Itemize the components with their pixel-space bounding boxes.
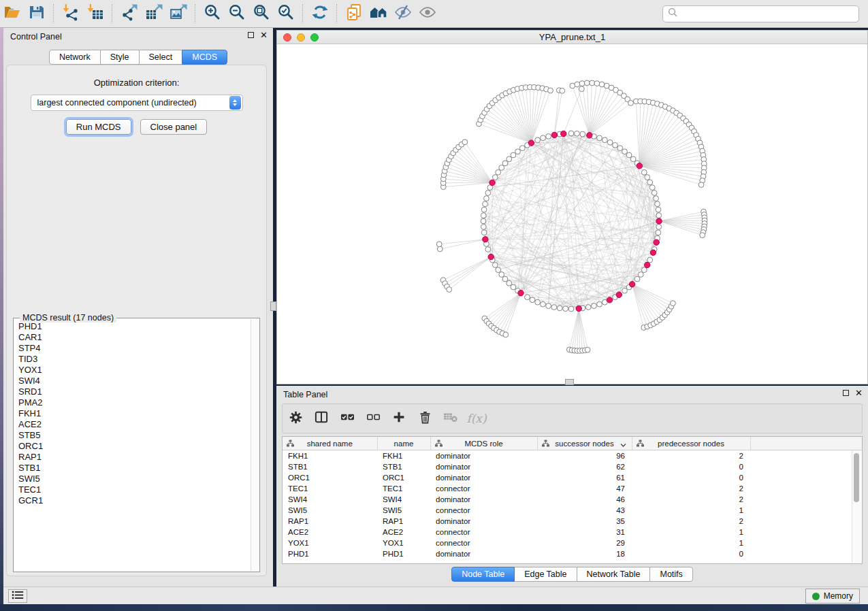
export-table-button[interactable] xyxy=(142,2,166,25)
network-node[interactable] xyxy=(656,225,662,230)
tab-network[interactable]: Network xyxy=(49,50,101,65)
network-node[interactable] xyxy=(700,233,705,238)
network-node[interactable] xyxy=(634,276,640,282)
function-builder-button[interactable]: f(x) xyxy=(464,406,489,431)
table-settings-button[interactable] xyxy=(283,406,308,431)
deselect-all-button[interactable] xyxy=(360,406,386,431)
mcds-node[interactable] xyxy=(637,163,642,169)
network-node[interactable] xyxy=(496,267,501,273)
network-node[interactable] xyxy=(551,305,557,310)
table-cell[interactable]: ACE2 xyxy=(377,527,430,538)
network-node[interactable] xyxy=(607,139,613,145)
network-node[interactable] xyxy=(585,305,591,310)
network-node[interactable] xyxy=(511,284,516,290)
mcds-node[interactable] xyxy=(576,306,581,311)
network-node[interactable] xyxy=(622,288,628,293)
mcds-node[interactable] xyxy=(645,262,650,267)
network-node[interactable] xyxy=(519,146,525,151)
memory-button[interactable]: Memory xyxy=(805,589,860,604)
network-node[interactable] xyxy=(525,295,530,300)
network-node[interactable] xyxy=(613,142,618,148)
mcds-node[interactable] xyxy=(587,133,592,138)
network-node[interactable] xyxy=(649,185,655,191)
show-all-button[interactable] xyxy=(415,2,440,25)
select-all-button[interactable] xyxy=(334,406,360,431)
table-cell[interactable]: dominator xyxy=(430,516,537,527)
table-cell[interactable]: 0 xyxy=(632,461,750,472)
network-node[interactable] xyxy=(580,131,585,137)
vertical-splitter-handle[interactable] xyxy=(270,301,276,311)
table-cell[interactable]: connector xyxy=(430,527,537,538)
network-node[interactable] xyxy=(485,191,491,196)
network-node[interactable] xyxy=(437,246,443,252)
network-node[interactable] xyxy=(507,280,512,286)
table-row[interactable]: ACE2ACE2connector311 xyxy=(283,527,862,538)
table-cell[interactable]: PHD1 xyxy=(377,548,430,559)
table-row[interactable]: TEC1TEC1connector472 xyxy=(283,483,862,494)
network-node[interactable] xyxy=(563,306,568,312)
network-node[interactable] xyxy=(484,196,489,201)
network-node[interactable] xyxy=(647,257,653,263)
table-cell[interactable]: TEC1 xyxy=(377,483,430,494)
network-node[interactable] xyxy=(628,101,634,106)
clone-network-button[interactable] xyxy=(342,2,366,25)
table-cell[interactable]: connector xyxy=(430,538,537,548)
network-node[interactable] xyxy=(597,301,602,307)
network-node[interactable] xyxy=(590,80,595,86)
mcds-result-item[interactable]: TEC1 xyxy=(18,484,251,495)
network-node[interactable] xyxy=(546,134,551,139)
table-row[interactable]: SWI5SWI5connector431 xyxy=(283,505,862,516)
table-cell[interactable]: 0 xyxy=(632,548,750,559)
network-node[interactable] xyxy=(579,81,585,86)
network-node[interactable] xyxy=(560,88,565,94)
table-cell[interactable]: FKH1 xyxy=(377,450,430,462)
network-node[interactable] xyxy=(592,303,597,309)
network-node[interactable] xyxy=(594,81,600,86)
table-cell[interactable]: SWI4 xyxy=(377,494,430,505)
network-node[interactable] xyxy=(548,88,553,93)
table-cell[interactable]: 1 xyxy=(632,538,750,548)
network-node[interactable] xyxy=(535,299,541,305)
import-network-button[interactable] xyxy=(59,2,83,25)
horizontal-splitter-handle[interactable] xyxy=(565,379,574,385)
mcds-node[interactable] xyxy=(489,180,495,185)
table-cell[interactable]: ACE2 xyxy=(283,527,377,538)
table-row[interactable]: FKH1FKH1dominator962 xyxy=(283,450,862,462)
table-cell[interactable]: SWI4 xyxy=(283,494,377,505)
network-node[interactable] xyxy=(622,149,628,154)
network-node[interactable] xyxy=(656,230,661,235)
optimization-criterion-select[interactable]: largest connected component (undirected) xyxy=(31,95,243,111)
table-cell[interactable]: 29 xyxy=(537,538,632,548)
network-node[interactable] xyxy=(481,213,486,218)
mcds-result-item[interactable]: PMA2 xyxy=(18,397,251,408)
mcds-result-item[interactable]: PHD1 xyxy=(18,321,251,332)
mcds-node[interactable] xyxy=(528,140,534,146)
network-node[interactable] xyxy=(483,201,488,207)
table-cell[interactable]: FKH1 xyxy=(283,450,377,462)
mcds-result-item[interactable]: GCR1 xyxy=(18,495,251,506)
table-cell[interactable]: dominator xyxy=(430,494,537,505)
table-cell[interactable]: STB1 xyxy=(377,461,430,472)
column-header-predecessor-nodes[interactable]: predecessor nodes xyxy=(632,437,750,450)
network-canvas[interactable] xyxy=(277,44,867,384)
close-panel-button[interactable]: Close panel xyxy=(140,119,208,135)
mcds-result-item[interactable]: STB1 xyxy=(18,463,251,474)
export-image-button[interactable] xyxy=(166,2,191,25)
table-cell[interactable]: 47 xyxy=(537,483,632,494)
table-cell[interactable]: dominator xyxy=(430,472,537,483)
mcds-node[interactable] xyxy=(561,131,566,136)
table-cell[interactable]: dominator xyxy=(430,461,537,472)
table-cell[interactable]: connector xyxy=(430,483,537,494)
tab-select[interactable]: Select xyxy=(139,50,183,65)
network-node[interactable] xyxy=(630,156,636,162)
task-history-button[interactable] xyxy=(8,589,27,603)
network-node[interactable] xyxy=(485,247,491,252)
network-node[interactable] xyxy=(652,191,657,196)
network-node[interactable] xyxy=(656,213,662,218)
delete-table-button[interactable] xyxy=(438,406,464,431)
table-scrollbar[interactable] xyxy=(852,450,861,563)
mcds-result-item[interactable]: SRD1 xyxy=(18,386,251,397)
float-window-icon[interactable] xyxy=(843,390,849,396)
table-cell[interactable]: RAP1 xyxy=(377,516,430,527)
network-node[interactable] xyxy=(557,306,562,311)
